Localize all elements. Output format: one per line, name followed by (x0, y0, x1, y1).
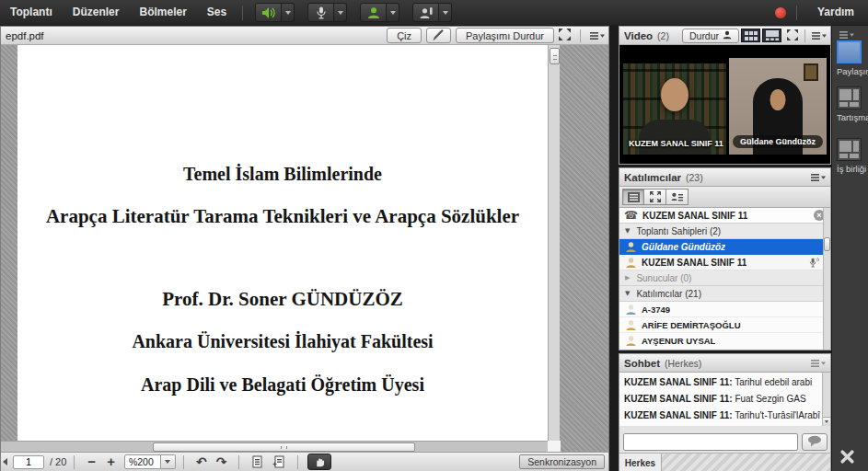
video-feed-label: Güldane Gündüzöz (733, 135, 823, 148)
page-number-input[interactable] (13, 455, 44, 469)
webcam-button[interactable] (360, 3, 399, 22)
speaker-icon (255, 3, 282, 22)
menu-bolmeler[interactable]: Bölmeler (129, 0, 196, 25)
share-toolbar: / 20 − + %200 ↶ ↷ Senk (1, 452, 608, 471)
video-pod-title: Video (624, 30, 653, 41)
raise-hand-button[interactable] (412, 3, 452, 22)
pod-menu-icon[interactable] (811, 359, 826, 368)
fullscreen-icon[interactable] (559, 29, 571, 42)
sync-button[interactable]: Senkronizasyon (519, 454, 605, 469)
webcam-person-icon (723, 30, 732, 41)
chat-scroll-down-icon[interactable] (823, 417, 830, 426)
host-avatar-icon (625, 241, 637, 253)
layout-label: İş birliği (837, 164, 868, 174)
redo-icon[interactable]: ↷ (212, 454, 232, 470)
pod-menu-icon[interactable] (812, 31, 827, 40)
chat-text: Tarihul edebil arabi (735, 377, 812, 387)
fit-width-icon[interactable] (268, 455, 290, 468)
layout-tartisma[interactable]: Tartışma (837, 86, 868, 122)
attendee-list-view-button[interactable] (622, 189, 644, 205)
undo-icon[interactable]: ↶ (191, 454, 212, 470)
recording-indicator-icon (775, 7, 786, 18)
picture-frame (804, 63, 818, 81)
menubar: Toplantı Düzenler Bölmeler Ses (0, 0, 868, 25)
vertical-scrollbar[interactable] (548, 45, 560, 441)
zoom-in-button[interactable]: + (101, 454, 121, 470)
chat-scrollbar[interactable] (822, 373, 830, 426)
fullscreen-icon[interactable] (787, 29, 798, 42)
layout-thumbnail-active[interactable] (837, 40, 862, 63)
layouts-bar: Paylaşım Tartışma İş birliği (831, 26, 868, 471)
pan-tool-button[interactable] (307, 454, 331, 470)
layouts-menu-icon[interactable] (839, 30, 854, 40)
chat-pod-title: Sohbet (624, 358, 660, 369)
participant-row-selected[interactable]: Güldane Gündüzöz (619, 239, 824, 255)
layout-thumbnail[interactable] (837, 138, 862, 161)
group-label: Katılımcılar (21) (636, 289, 701, 299)
menu-yardim[interactable]: Yardım (807, 0, 864, 25)
layout-paylasim[interactable]: Paylaşım (837, 40, 868, 76)
chat-sender: KUZEM SANAL SINIF 11: (624, 394, 733, 404)
video-body: KUZEM SANAL SINIF 11 Güldane Gündüzöz (619, 45, 830, 164)
zoom-dropdown-icon[interactable] (161, 454, 176, 469)
participant-row[interactable]: AYŞENUR UYSAL (619, 333, 824, 349)
send-message-button[interactable] (802, 433, 827, 451)
speaker-dropdown-icon[interactable] (282, 3, 295, 22)
slide-author-line: Prof. Dr. Soner GÜNDÜZÖZ (17, 288, 548, 311)
stop-sharing-button[interactable]: Paylaşımı Durdur (456, 28, 554, 43)
microphone-button[interactable] (307, 3, 347, 22)
participant-name: Güldane Gündüzöz (642, 242, 725, 252)
breakout-view-button[interactable] (644, 189, 666, 205)
pointer-button[interactable] (426, 28, 451, 43)
previous-page-icon[interactable] (3, 458, 7, 465)
dial-in-row[interactable]: ☎ KUZEM SANAL SINIF 11 × (619, 208, 830, 224)
grid-view-button[interactable] (741, 29, 760, 42)
participants-scrollbar[interactable] (823, 208, 830, 350)
participant-avatar-icon (625, 335, 637, 347)
pod-menu-icon[interactable] (590, 31, 605, 40)
participants-scrollbar-thumb[interactable] (824, 237, 830, 251)
stop-webcam-button[interactable]: Durdur (682, 29, 739, 43)
layout-thumbnail[interactable] (837, 86, 862, 109)
collapse-triangle-icon: ▼ (625, 227, 630, 235)
vertical-scrollbar-thumb[interactable] (550, 48, 560, 64)
zoom-level-value: %200 (124, 454, 161, 469)
tab-herkes[interactable]: Herkes (619, 454, 662, 471)
slide-affiliation-line: Ankara Üniversitesi İlahiyat Fakültesi (17, 331, 548, 352)
presenter-silhouette (661, 78, 689, 111)
group-hosts-header[interactable]: ▼ Toplantı Sahipleri (2) (619, 224, 824, 239)
attendee-status-view-button[interactable] (666, 189, 689, 205)
pod-menu-icon[interactable] (811, 173, 826, 182)
webcam-dropdown-icon[interactable] (387, 3, 399, 22)
horizontal-scrollbar-thumb[interactable] (153, 442, 415, 452)
participant-row[interactable]: ARİFE DEMİRTAŞOĞLU (619, 317, 824, 333)
slide-title-line: Temel İslam Bilimlerinde (17, 164, 548, 185)
group-presenters-header[interactable]: ▶ Sunucular (0) (619, 270, 824, 286)
menu-ses[interactable]: Ses (197, 0, 237, 25)
zoom-out-button[interactable]: − (82, 454, 101, 470)
draw-button[interactable]: Çiz (387, 28, 422, 43)
page-total-label: / 20 (50, 456, 66, 467)
video-feed: Güldane Gündüzöz (729, 58, 827, 155)
x-cursor-icon[interactable] (839, 449, 855, 468)
raise-hand-dropdown-icon[interactable] (439, 3, 452, 22)
dial-in-name: KUZEM SANAL SINIF 11 (642, 211, 747, 221)
participant-row[interactable]: A-3749 (619, 302, 824, 317)
menu-toplanti[interactable]: Toplantı (0, 0, 63, 25)
participants-pod-count: (23) (686, 172, 703, 183)
filmstrip-view-button[interactable] (762, 29, 781, 42)
chat-sender: KUZEM SANAL SINIF 11: (624, 377, 733, 387)
chat-input[interactable] (623, 433, 798, 451)
microphone-dropdown-icon[interactable] (334, 3, 347, 22)
menu-duzenler[interactable]: Düzenler (63, 0, 130, 25)
chat-message: KUZEM SANAL SINIF 11: Tarihul edebil ara… (624, 377, 812, 387)
speaker-button[interactable] (255, 3, 295, 22)
chat-pod-scope: (Herkes) (665, 358, 701, 369)
participant-name: AYŞENUR UYSAL (642, 336, 715, 346)
fit-page-icon[interactable] (247, 455, 268, 468)
participant-row[interactable]: KUZEM SANAL SINIF 11 (619, 255, 824, 270)
group-participants-header[interactable]: ▼ Katılımcılar (21) (619, 286, 824, 302)
zoom-level-select[interactable]: %200 (124, 454, 176, 469)
layout-isbirligi[interactable]: İş birliği (837, 138, 868, 174)
horizontal-scrollbar[interactable] (1, 441, 548, 452)
